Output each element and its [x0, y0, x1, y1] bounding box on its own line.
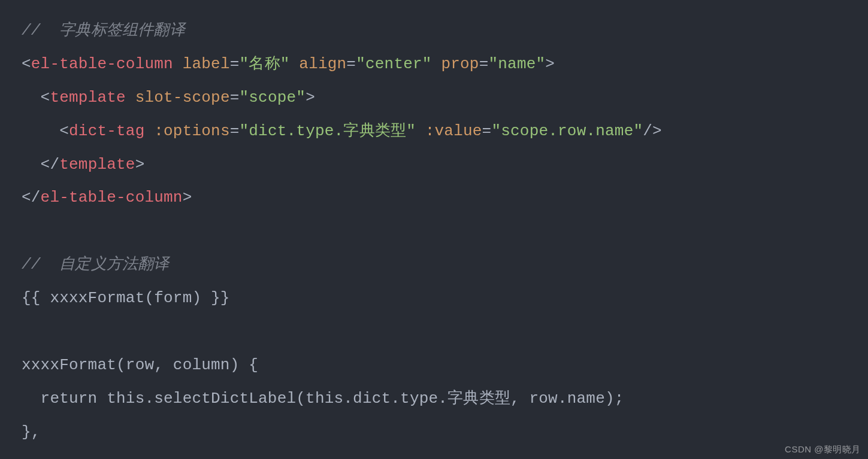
- code-line: </template>: [22, 156, 144, 174]
- tag-name: template: [59, 156, 135, 174]
- attr-name: prop: [441, 55, 479, 73]
- code-line: // 字典标签组件翻译: [22, 22, 185, 39]
- code-line: return this.selectDictLabel(this.dict.ty…: [22, 390, 624, 408]
- attr-name: :value: [425, 122, 482, 140]
- code-line-empty: [22, 222, 31, 240]
- attr-value: center: [365, 55, 422, 73]
- attr-name: label: [183, 55, 230, 73]
- comment: // 自定义方法翻译: [22, 256, 170, 273]
- attr-value: scope.row.name: [501, 122, 633, 140]
- tag-name: el-table-column: [31, 55, 173, 73]
- attr-name: :options: [154, 122, 229, 140]
- attr-value: dict.type.字典类型: [249, 122, 406, 140]
- tag-name: dict-tag: [69, 122, 144, 140]
- code-line: // 自定义方法翻译: [22, 256, 170, 273]
- code-line: xxxxFormat(row, column) {: [22, 356, 258, 374]
- attr-value: scope: [249, 89, 296, 107]
- code-line: },: [22, 423, 41, 441]
- code-line: </el-table-column>: [22, 189, 192, 206]
- attr-value: 名称: [249, 55, 280, 73]
- watermark: CSDN @黎明晓月: [785, 444, 861, 455]
- code-line: <el-table-column label="名称" align="cente…: [22, 55, 555, 73]
- code-block: // 字典标签组件翻译 <el-table-column label="名称" …: [0, 0, 868, 459]
- code-line-empty: [22, 323, 31, 341]
- tag-name: el-table-column: [41, 189, 183, 206]
- attr-name: slot-scope: [135, 89, 230, 107]
- attr-value: name: [498, 55, 536, 73]
- tag-name: template: [50, 89, 125, 107]
- attr-name: align: [299, 55, 346, 73]
- code-line: {{ xxxxFormat(form) }}: [22, 289, 230, 307]
- comment: // 字典标签组件翻译: [22, 22, 185, 39]
- code-line: <dict-tag :options="dict.type.字典类型" :val…: [22, 122, 662, 140]
- code-line: <template slot-scope="scope">: [22, 89, 315, 107]
